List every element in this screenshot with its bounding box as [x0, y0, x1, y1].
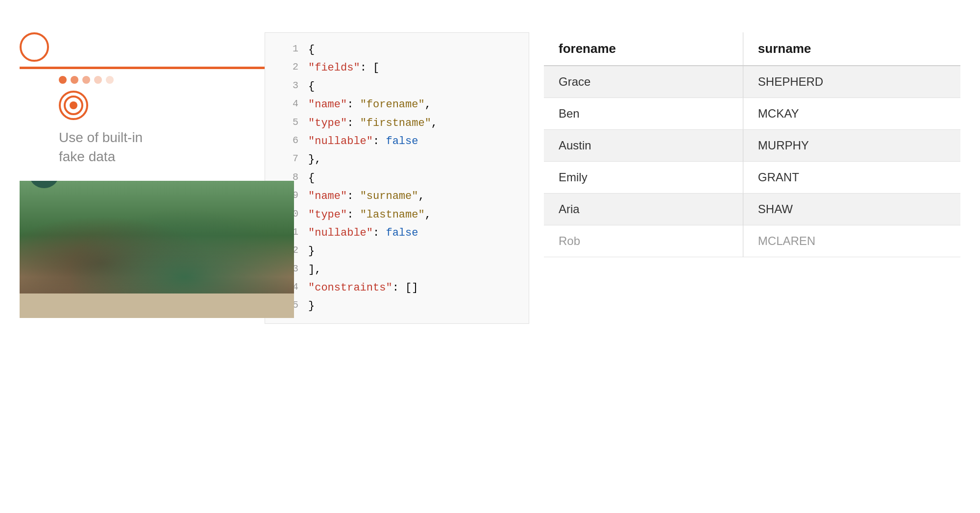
title-area — [20, 32, 265, 62]
dot-3 — [82, 76, 90, 84]
svg-point-2 — [70, 101, 77, 109]
dot-5 — [106, 76, 114, 84]
code-line: 2 "fields": [ — [265, 59, 529, 77]
surname-cell: MCLAREN — [743, 225, 960, 257]
line-content: "type": "lastname", — [308, 206, 519, 224]
code-line: 13 ], — [265, 261, 529, 279]
line-content: "name": "forename", — [308, 96, 519, 114]
surname-cell: MURPHY — [743, 130, 960, 162]
forename-cell: Austin — [544, 130, 743, 162]
code-line: 9 "name": "surname", — [265, 187, 529, 205]
circle-outline-icon — [20, 32, 49, 62]
line-number: 5 — [275, 114, 298, 132]
table-panel: forenamesurnameGraceSHEPHERDBenMCKAYAust… — [544, 32, 960, 257]
line-content: { — [308, 77, 519, 96]
table-header-surname: surname — [743, 32, 960, 66]
code-line: 12 } — [265, 242, 529, 260]
line-number: 2 — [275, 59, 298, 77]
code-line: 4 "name": "forename", — [265, 96, 529, 114]
feature-label: Use of built-infake data — [59, 128, 143, 166]
surname-cell: MCKAY — [743, 98, 960, 130]
line-content: } — [308, 242, 519, 260]
line-content: }, — [308, 150, 519, 169]
table-row: BenMCKAY — [544, 98, 960, 130]
code-panel: 1{2 "fields": [3 {4 "name": "forename",5… — [265, 32, 529, 324]
duck-image — [20, 181, 294, 318]
table-row: AustinMURPHY — [544, 130, 960, 162]
table-row: EmilyGRANT — [544, 162, 960, 194]
table-header-forename: forename — [544, 32, 743, 66]
forename-cell: Ben — [544, 98, 743, 130]
forename-cell: Aria — [544, 194, 743, 225]
line-number: 7 — [275, 150, 298, 169]
code-line: 14 "constraints": [] — [265, 279, 529, 297]
code-line: 7 }, — [265, 150, 529, 169]
dot-2 — [71, 76, 78, 84]
line-content: "name": "surname", — [308, 187, 519, 205]
line-number: 1 — [275, 41, 298, 59]
table-row: RobMCLAREN — [544, 225, 960, 257]
feature-area: Use of built-infake data — [59, 91, 265, 166]
data-table: forenamesurnameGraceSHEPHERDBenMCKAYAust… — [544, 32, 960, 257]
code-line: 1{ — [265, 41, 529, 59]
table-row: GraceSHEPHERD — [544, 66, 960, 98]
line-content: "fields": [ — [308, 59, 519, 77]
forename-cell: Grace — [544, 66, 743, 98]
dot-1 — [59, 76, 67, 84]
forename-cell: Rob — [544, 225, 743, 257]
code-line: 11 "nullable": false — [265, 224, 529, 242]
line-number: 6 — [275, 132, 298, 150]
target-icon — [59, 91, 88, 120]
page-header — [0, 0, 980, 18]
dot-4 — [94, 76, 102, 84]
line-number: 4 — [275, 96, 298, 114]
dots-decoration — [59, 76, 265, 84]
code-line: 5 "type": "firstname", — [265, 114, 529, 132]
surname-cell: SHAW — [743, 194, 960, 225]
code-line: 6 "nullable": false — [265, 132, 529, 150]
line-content: "nullable": false — [308, 132, 519, 150]
line-content: "nullable": false — [308, 224, 519, 242]
line-content: { — [308, 41, 519, 59]
surname-cell: GRANT — [743, 162, 960, 194]
fence — [20, 293, 294, 318]
forename-cell: Emily — [544, 162, 743, 194]
surname-cell: SHEPHERD — [743, 66, 960, 98]
line-content: { — [308, 169, 519, 187]
line-content: } — [308, 297, 519, 315]
line-number: 3 — [275, 77, 298, 96]
code-line: 10 "type": "lastname", — [265, 206, 529, 224]
main-content: Use of built-infake data 1{2 "fields": [… — [0, 18, 980, 324]
code-line: 8 { — [265, 169, 529, 187]
code-line: 15} — [265, 297, 529, 315]
line-content: "constraints": [] — [308, 279, 519, 297]
line-content: ], — [308, 261, 519, 279]
code-line: 3 { — [265, 77, 529, 96]
left-panel: Use of built-infake data — [20, 32, 265, 324]
line-content: "type": "firstname", — [308, 114, 519, 132]
table-row: AriaSHAW — [544, 194, 960, 225]
